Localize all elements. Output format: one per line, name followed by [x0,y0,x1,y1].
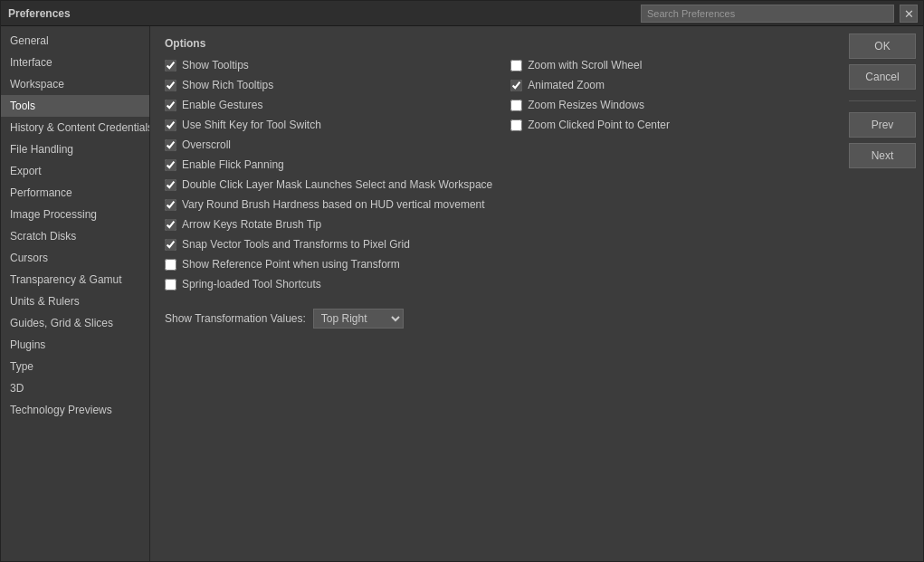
checkbox-label: Enable Gestures [182,99,262,111]
sidebar-item-general[interactable]: General [1,30,149,52]
checkbox-label: Spring-loaded Tool Shortcuts [182,278,321,291]
sidebar-item-type[interactable]: Type [1,356,149,377]
sidebar-item-history--content-credentials[interactable]: History & Content Credentials [1,117,149,138]
checkbox-label: Enable Flick Panning [182,158,284,171]
sidebar-item-performance[interactable]: Performance [1,182,149,204]
sidebar-item-export[interactable]: Export [1,160,149,182]
transform-select[interactable]: Top RightTop LeftBottom RightBottom Left [313,309,404,329]
sidebar-item-transparency--gamut[interactable]: Transparency & Gamut [1,269,149,291]
checkbox-row: Overscroll [165,138,492,151]
checkbox-overscroll[interactable] [165,139,176,151]
preferences-dialog: Preferences ✕ GeneralInterfaceWorkspaceT… [0,0,924,562]
checkbox-row: Vary Round Brush Hardness based on HUD v… [165,198,492,211]
checkbox-row: Snap Vector Tools and Transforms to Pixe… [165,238,492,251]
options-grid: Show TooltipsShow Rich TooltipsEnable Ge… [165,59,827,291]
options-section-label: Options [165,37,827,50]
checkbox-enable-gestures[interactable] [165,100,176,111]
checkbox-label: Overscroll [182,138,231,151]
checkbox-label: Arrow Keys Rotate Brush Tip [182,218,321,231]
checkbox-row: Use Shift Key for Tool Switch [165,119,492,131]
checkbox-row: Zoom with Scroll Wheel [510,59,670,71]
checkbox-label: Show Reference Point when using Transfor… [182,258,400,271]
prev-button[interactable]: Prev [849,112,916,138]
checkbox-row: Enable Flick Panning [165,158,492,171]
checkbox-zoom-clicked-point-t[interactable] [510,119,522,131]
checkbox-row: Show Reference Point when using Transfor… [165,258,492,271]
sidebar-item-technology-previews[interactable]: Technology Previews [1,399,149,421]
right-panel: OK Cancel Prev Next [842,26,923,561]
checkbox-enable-flick-panning[interactable] [165,159,176,171]
main-content: Options Show TooltipsShow Rich TooltipsE… [150,26,842,561]
sidebar-item-interface[interactable]: Interface [1,52,149,73]
checkbox-label: Zoom with Scroll Wheel [528,59,642,71]
sidebar-item-units--rulers[interactable]: Units & Rulers [1,291,149,312]
checkbox-label: Animated Zoom [528,79,605,91]
checkbox-row: Spring-loaded Tool Shortcuts [165,278,492,291]
sidebar-item-scratch-disks[interactable]: Scratch Disks [1,225,149,247]
sidebar-item-workspace[interactable]: Workspace [1,73,149,95]
checkbox-arrow-keys-rotate-br[interactable] [165,219,176,231]
checkbox-show-rich-tooltips[interactable] [165,80,176,91]
checkbox-spring-loaded-tool-s[interactable] [165,279,176,291]
checkbox-show-reference-point[interactable] [165,259,176,271]
checkbox-show-tooltips[interactable] [165,60,176,71]
checkbox-label: Show Rich Tooltips [182,79,273,91]
checkbox-row: Enable Gestures [165,99,492,111]
search-bar [641,1,894,26]
checkbox-row: Arrow Keys Rotate Brush Tip [165,218,492,231]
checkbox-label: Snap Vector Tools and Transforms to Pixe… [182,238,410,251]
close-button[interactable]: ✕ [900,5,918,23]
checkbox-label: Zoom Resizes Windows [528,99,644,111]
right-checkboxes-col: Zoom with Scroll WheelAnimated ZoomZoom … [510,59,670,291]
checkbox-row: Double Click Layer Mask Launches Select … [165,178,492,191]
sidebar-item-plugins[interactable]: Plugins [1,334,149,356]
next-button[interactable]: Next [849,143,916,168]
transform-label: Show Transformation Values: [165,312,306,325]
checkbox-label: Vary Round Brush Hardness based on HUD v… [182,198,485,211]
checkbox-row: Animated Zoom [510,79,670,91]
sidebar-item-3d[interactable]: 3D [1,377,149,399]
checkbox-label: Double Click Layer Mask Launches Select … [182,178,492,191]
checkbox-vary-round-brush-har[interactable] [165,199,176,211]
dialog-body: GeneralInterfaceWorkspaceToolsHistory & … [1,26,923,561]
sidebar-item-tools[interactable]: Tools [1,95,149,117]
checkbox-zoom-with-scroll-whe[interactable] [510,60,522,71]
ok-button[interactable]: OK [849,33,916,59]
checkbox-row: Zoom Resizes Windows [510,99,670,111]
checkbox-animated-zoom[interactable] [510,80,522,91]
sidebar-item-image-processing[interactable]: Image Processing [1,204,149,225]
sidebar-item-cursors[interactable]: Cursors [1,247,149,269]
search-input[interactable] [641,5,894,23]
sidebar: GeneralInterfaceWorkspaceToolsHistory & … [1,26,150,561]
checkbox-use-shift-key-for-to[interactable] [165,119,176,131]
checkbox-row: Show Rich Tooltips [165,79,492,91]
sidebar-item-file-handling[interactable]: File Handling [1,138,149,160]
checkbox-double-click-layer-m[interactable] [165,179,176,191]
sidebar-item-guides-grid--slices[interactable]: Guides, Grid & Slices [1,312,149,334]
checkbox-snap-vector-tools-an[interactable] [165,239,176,251]
checkbox-label: Show Tooltips [182,59,249,71]
button-divider [849,100,916,101]
checkbox-label: Zoom Clicked Point to Center [528,119,670,131]
left-checkboxes-col: Show TooltipsShow Rich TooltipsEnable Ge… [165,59,492,291]
checkbox-label: Use Shift Key for Tool Switch [182,119,321,131]
title-bar: Preferences ✕ [1,1,923,26]
transform-row: Show Transformation Values: Top RightTop… [165,309,827,329]
checkbox-row: Zoom Clicked Point to Center [510,119,670,131]
cancel-button[interactable]: Cancel [849,64,916,90]
checkbox-zoom-resizes-windows[interactable] [510,100,522,111]
checkbox-row: Show Tooltips [165,59,492,71]
